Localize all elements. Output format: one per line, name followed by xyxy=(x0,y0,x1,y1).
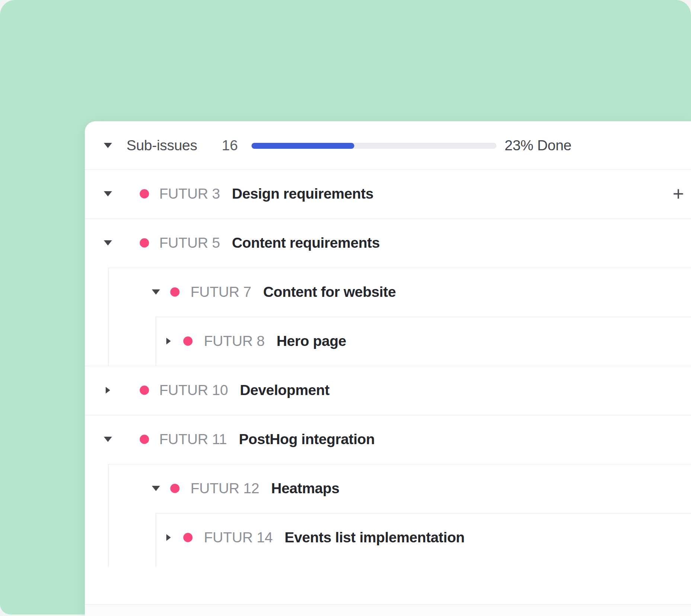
issue-id: FUTUR 11 xyxy=(159,431,227,447)
indent-guide-level1 xyxy=(108,267,109,366)
progress-fill xyxy=(252,143,354,149)
triangle-right-icon[interactable] xyxy=(166,534,171,541)
sub-issues-list: FUTUR 3 Design requirements + FUTUR 5 Co… xyxy=(85,169,691,562)
issue-title[interactable]: PostHog integration xyxy=(239,431,375,447)
issue-row-futur-10[interactable]: FUTUR 10 Development xyxy=(85,366,691,415)
issue-title[interactable]: Hero page xyxy=(276,333,346,349)
issue-id: FUTUR 8 xyxy=(204,333,265,349)
triangle-down-icon[interactable] xyxy=(104,437,112,442)
issue-id: FUTUR 14 xyxy=(204,529,273,546)
issue-row-futur-11[interactable]: FUTUR 11 PostHog integration xyxy=(85,415,691,464)
bottom-divider xyxy=(85,604,691,605)
sub-issues-title: Sub-issues xyxy=(127,137,197,154)
triangle-down-icon[interactable] xyxy=(152,289,160,295)
progress-bar xyxy=(252,143,496,149)
triangle-right-icon[interactable] xyxy=(166,338,171,344)
issue-title[interactable]: Design requirements xyxy=(232,186,373,202)
collapse-triangle-icon[interactable] xyxy=(104,143,112,148)
issue-row-futur-3[interactable]: FUTUR 3 Design requirements + xyxy=(85,169,691,218)
issue-id: FUTUR 10 xyxy=(159,382,228,398)
sub-issues-count: 16 xyxy=(222,137,238,154)
issue-row-futur-7[interactable]: FUTUR 7 Content for website xyxy=(85,267,691,317)
triangle-right-icon[interactable] xyxy=(106,387,110,394)
status-dot-icon xyxy=(140,238,149,248)
status-dot-icon xyxy=(183,337,193,346)
triangle-down-icon[interactable] xyxy=(104,240,112,246)
issue-row-futur-8[interactable]: FUTUR 8 Hero page xyxy=(85,317,691,366)
issue-title[interactable]: Events list implementation xyxy=(285,529,465,546)
issue-id: FUTUR 3 xyxy=(159,186,220,202)
issue-title[interactable]: Heatmaps xyxy=(271,480,339,497)
indent-guide-level2 xyxy=(156,317,156,366)
issue-row-futur-5[interactable]: FUTUR 5 Content requirements xyxy=(85,218,691,267)
panel-footer-area xyxy=(85,605,691,616)
issue-id: FUTUR 5 xyxy=(159,235,220,251)
sub-issues-panel: Sub-issues 16 23% Done FUTUR 3 Design re… xyxy=(85,121,691,616)
sub-issues-header[interactable]: Sub-issues 16 23% Done xyxy=(85,121,691,169)
status-dot-icon xyxy=(183,533,193,542)
status-dot-icon xyxy=(140,189,149,199)
status-dot-icon xyxy=(170,288,180,297)
issue-id: FUTUR 12 xyxy=(191,480,259,497)
status-dot-icon xyxy=(140,386,149,395)
issue-title[interactable]: Development xyxy=(240,382,330,398)
indent-guide-level1 xyxy=(108,464,109,567)
triangle-down-icon[interactable] xyxy=(152,486,160,491)
status-dot-icon xyxy=(140,435,149,444)
issue-row-futur-12[interactable]: FUTUR 12 Heatmaps xyxy=(85,464,691,513)
add-sub-issue-button[interactable]: + xyxy=(670,186,687,202)
status-dot-icon xyxy=(170,484,180,493)
screenshot-stage: Sub-issues 16 23% Done FUTUR 3 Design re… xyxy=(0,0,691,616)
triangle-down-icon[interactable] xyxy=(104,191,112,196)
issue-row-futur-14[interactable]: FUTUR 14 Events list implementation xyxy=(85,513,691,562)
issue-title[interactable]: Content requirements xyxy=(232,235,380,251)
progress-done-label: 23% Done xyxy=(505,137,572,154)
issue-id: FUTUR 7 xyxy=(191,284,251,300)
indent-guide-level2 xyxy=(156,513,156,567)
issue-title[interactable]: Content for website xyxy=(263,284,396,300)
